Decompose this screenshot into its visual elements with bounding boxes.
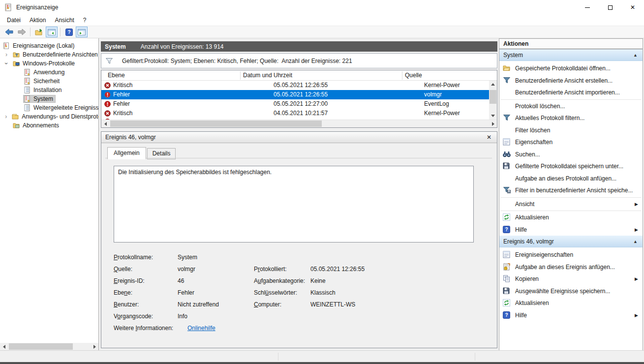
action-save-selected-events[interactable]: Ausgewählte Ereignisse speichern... [499,285,643,298]
action-save-filter-to-custom-view[interactable]: Filter in benutzerdefinierter Ansicht sp… [499,184,643,197]
collapse-chevron-icon[interactable]: › [3,61,10,66]
action-save-filtered-log[interactable]: Gefilterte Protokolldatei speichern unte… [499,160,643,173]
event-count: Anzahl von Ereignissen: 13 914 [141,43,224,50]
action-help-event-submenu[interactable]: ? Hilfe ▶ [499,309,643,322]
event-row[interactable]: Kritisch 04.05.2021 10:21:57 Kernel-Powe… [101,109,489,118]
toggle-console-tree-button[interactable] [46,27,58,37]
column-header-quelle[interactable]: Quelle [405,70,422,81]
expand-chevron-icon[interactable]: › [4,113,8,120]
open-saved-log-button[interactable] [33,27,45,37]
tree-root-ereignisanzeige[interactable]: Ereignisanzeige (Lokal) [0,41,98,50]
tree-item-windows-protokolle[interactable]: › Windows-Protokolle [0,59,98,68]
event-row-selected[interactable]: Fehler 05.05.2021 12:26:55 volmgr [101,90,489,99]
collapse-arrow-icon: ▲ [633,236,638,247]
filter-save-icon [503,186,511,194]
windows-logs-folder-icon [13,60,21,67]
event-log-icon [24,95,31,102]
event-row[interactable]: Kritisch 05.05.2021 12:26:55 Kernel-Powe… [101,81,489,90]
scroll-right-button[interactable] [91,343,98,350]
tree-horizontal-scrollbar[interactable] [0,343,98,350]
event-row[interactable]: Fehler 05.05.2021 12:27:00 EventLog [101,99,489,109]
field-value: WEINZETTL-WS [310,301,355,308]
tree-item-abonnements[interactable]: Abonnements [0,121,98,130]
tree-item-benutzerdefinierte-ansichten[interactable]: › Benutzerdefinierte Ansichten [0,50,98,59]
online-help-link[interactable]: Onlinehilfe [187,325,215,332]
event-row-partial[interactable] [101,118,489,120]
svg-text:?: ? [505,312,508,318]
menu-aktion[interactable]: Aktion [25,15,50,26]
task-icon [503,263,511,271]
close-button[interactable]: ✕ [621,0,644,15]
action-copy-submenu[interactable]: Kopieren ▶ [499,273,643,285]
help-icon: ? [65,29,73,36]
action-open-saved-log[interactable]: Gespeicherte Protokolldatei öffnen... [499,62,643,75]
action-create-custom-view[interactable]: Benutzerdefinierte Ansicht erstellen... [499,75,643,87]
scroll-right-button[interactable] [489,120,497,127]
actions-section-system[interactable]: System ▲ [499,49,643,61]
tree-item-installation[interactable]: Installation [0,86,98,94]
column-separator[interactable] [240,71,241,80]
scrollbar-thumb[interactable] [110,121,322,127]
actions-section-event[interactable]: Ereignis 46, volmgr ▲ [499,236,643,247]
tree-item-anwendung[interactable]: Anwendung [0,68,98,77]
menu-datei[interactable]: Datei [2,15,25,26]
event-message-box[interactable]: Die Initialisierung des Speicherabbildes… [114,166,474,243]
action-import-custom-view[interactable]: Benutzerdefinierte Ansicht importieren..… [499,87,643,99]
maximize-button[interactable] [599,0,621,15]
column-header-ebene[interactable]: Ebene [108,70,125,81]
tree-item-anwendungs-und-dienstprotokolle[interactable]: › Anwendungs- und Dienstprotokolle [0,112,98,121]
minimize-icon [585,7,590,8]
field-value: 05.05.2021 12:26:55 [310,266,365,273]
action-clear-log[interactable]: Protokoll löschen... [499,100,643,113]
scroll-down-button[interactable] [489,112,497,120]
action-help-submenu[interactable]: ? Hilfe ▶ [499,224,643,236]
action-refresh[interactable]: Aktualisieren [499,212,643,224]
action-view-submenu[interactable]: Ansicht ▶ [499,198,643,211]
action-refresh-event[interactable]: Aktualisieren [499,297,643,309]
binoculars-icon [503,151,511,158]
action-attach-task-to-event[interactable]: Aufgabe an dieses Ereignis anfügen... [499,261,643,273]
scrollbar-thumb[interactable] [490,90,496,104]
action-find[interactable]: Suchen... [499,149,643,161]
table-header: Ebene Datum und Uhrzeit Quelle [101,70,497,81]
minimize-button[interactable] [576,0,599,15]
field-label: Protokolliert: [254,263,310,275]
save-icon [503,162,511,170]
menu-ansicht[interactable]: Ansicht [50,15,78,26]
tree-item-sicherheit[interactable]: Sicherheit [0,77,98,86]
scroll-left-button[interactable] [0,343,8,350]
action-event-properties[interactable]: Ereigniseigenschaften [499,249,643,261]
field-label: Schlüsselwörter: [254,287,310,299]
action-attach-task-to-log[interactable]: Aufgabe an dieses Protokoll anfügen... [499,173,643,185]
events-vertical-scrollbar[interactable] [489,81,497,120]
scroll-left-button[interactable] [101,120,109,127]
tab-allgemein[interactable]: Allgemein [107,147,146,159]
forward-icon [18,29,26,35]
action-properties[interactable]: Eigenschaften [499,136,643,149]
action-filter-current-log[interactable]: Aktuelles Protokoll filtern... [499,112,643,124]
toggle-action-pane-button[interactable] [76,27,88,37]
actions-system-items: Gespeicherte Protokolldatei öffnen... Be… [499,61,643,236]
help-icon: ? [503,311,511,319]
svg-text:?: ? [67,30,70,35]
column-separator[interactable] [402,71,402,80]
scrollbar-thumb[interactable] [9,343,73,350]
log-icon [24,87,31,93]
submenu-arrow-icon: ▶ [635,202,638,207]
tree-item-system[interactable]: System [0,94,98,103]
field-value: Fehler [178,289,194,296]
left-arrow-icon [104,122,107,126]
expand-chevron-icon[interactable]: › [4,51,9,58]
preview-header: Ereignis 46, volmgr ✕ [101,132,497,143]
forward-button[interactable] [16,27,28,37]
events-horizontal-scrollbar[interactable] [101,120,497,127]
scroll-up-button[interactable] [489,81,497,88]
back-button[interactable] [3,27,15,37]
up-arrow-icon [491,83,495,86]
tree-item-weitergeleitete-ereignisse[interactable]: Weitergeleitete Ereignisse [0,103,98,112]
column-header-datum[interactable]: Datum und Uhrzeit [243,70,292,81]
help-button[interactable]: ? [63,27,75,37]
preview-close-button[interactable]: ✕ [485,132,493,143]
action-clear-filter[interactable]: Filter löschen [499,124,643,137]
menu-hilfe[interactable]: ? [79,15,91,26]
